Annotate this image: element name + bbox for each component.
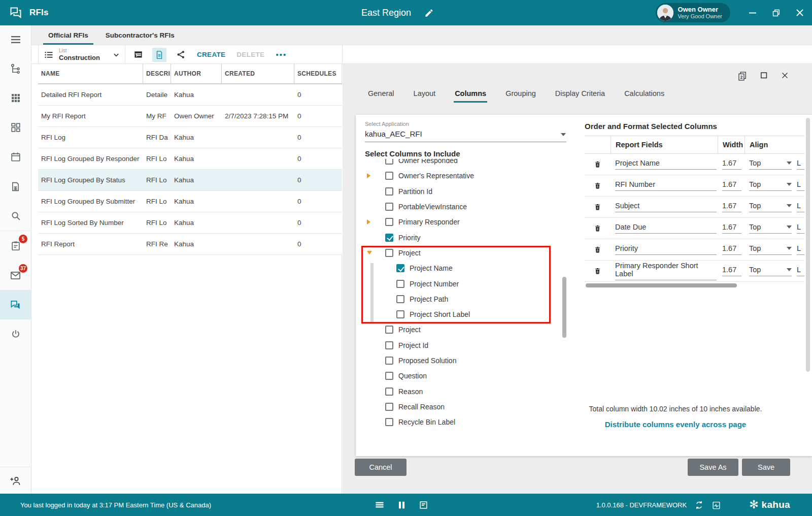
dashboard-icon[interactable] (0, 113, 31, 142)
report-field-input[interactable]: Date Due (615, 223, 717, 234)
checkbox-project[interactable] (385, 249, 393, 257)
align-dropdown[interactable]: Top (749, 180, 792, 191)
distribute-columns-link[interactable]: Distribute columns evenly across page (559, 420, 792, 429)
width-input[interactable]: 1.67 (722, 223, 741, 234)
panel-tab-general[interactable]: General (368, 89, 394, 103)
delete-column-icon[interactable] (594, 224, 601, 233)
expander-collapsed-icon[interactable] (367, 219, 375, 224)
align-dropdown[interactable]: Top (749, 244, 792, 255)
checkbox-recall-reason[interactable] (385, 403, 393, 411)
create-button[interactable]: CREATE (197, 51, 225, 58)
checkbox-project[interactable] (385, 326, 393, 334)
checkbox-project-path[interactable] (396, 295, 404, 303)
forms-document-icon[interactable] (0, 172, 31, 201)
order-table-hscrollbar[interactable] (586, 283, 737, 287)
align-dropdown[interactable]: Top (749, 266, 792, 276)
power-icon[interactable] (0, 319, 31, 349)
card-scrollbar[interactable] (806, 118, 810, 372)
open-new-window-icon[interactable]: 2 (737, 71, 748, 81)
report-row-rfi-report[interactable]: RFI ReportRFI ReKahua0 (38, 234, 342, 255)
checkbox-proposed-solution[interactable] (385, 357, 393, 365)
delete-column-icon[interactable] (594, 203, 601, 211)
delete-column-icon[interactable] (594, 181, 601, 190)
report-row-rfi-log-grouped-by-submitter[interactable]: RFI Log Grouped By SubmitterRFI LoKahua0 (38, 191, 342, 212)
search-icon[interactable] (0, 201, 31, 231)
tab-official-rfis[interactable]: Official RFIs (43, 25, 93, 45)
column-header-created[interactable]: CREATED (222, 64, 294, 83)
delete-column-icon[interactable] (594, 267, 601, 275)
report-field-input[interactable]: Primary Responder Short Label (615, 262, 717, 280)
add-user-icon[interactable] (0, 467, 31, 494)
checkbox-partition-id[interactable] (385, 187, 393, 196)
save-as-button[interactable]: Save As (688, 459, 738, 476)
messages-icon[interactable]: 37 (0, 261, 31, 290)
calendar-icon[interactable] (0, 142, 31, 172)
column-header-schedules[interactable]: SCHEDULES (294, 64, 342, 83)
align-dropdown[interactable]: Top (749, 159, 792, 170)
width-input[interactable]: 1.67 (722, 202, 741, 212)
checkbox-project-id[interactable] (385, 341, 393, 349)
checkbox-priority[interactable] (385, 234, 393, 242)
options-scrollbar[interactable] (562, 277, 566, 338)
status-menu-icon[interactable] (375, 500, 385, 510)
panel-tab-columns[interactable]: Columns (455, 89, 486, 103)
refresh-icon[interactable] (694, 500, 704, 510)
panel-tab-display-criteria[interactable]: Display Criteria (555, 89, 605, 103)
report-row-detailed-rfi-report[interactable]: Detailed RFI ReportDetaileKahua0 (38, 84, 342, 106)
column-header-author[interactable]: AUTHOR (171, 64, 222, 83)
checkbox-question[interactable] (385, 372, 393, 380)
status-log-icon[interactable] (419, 500, 428, 510)
column-header-name[interactable]: NAME (38, 64, 143, 83)
tasks-icon[interactable]: 5 (0, 231, 31, 261)
column-header-description[interactable]: DESCRIP (143, 64, 171, 83)
width-input[interactable]: 1.67 (722, 180, 741, 191)
width-input[interactable]: 1.67 (722, 159, 741, 170)
report-row-rfi-log[interactable]: RFI LogRFI DaKahua0 (38, 127, 342, 148)
share-icon[interactable] (174, 48, 188, 62)
activity-monitor-icon[interactable] (712, 500, 721, 510)
report-field-input[interactable]: RFI Number (615, 180, 717, 191)
minimize-icon[interactable] (749, 9, 757, 17)
close-panel-icon[interactable] (781, 71, 789, 81)
checkbox-project-name[interactable] (396, 264, 404, 272)
menu-icon[interactable] (0, 25, 31, 54)
checkbox-primary-responder[interactable] (385, 218, 393, 226)
align-dropdown[interactable]: Top (749, 202, 792, 212)
align-dropdown[interactable]: Top (749, 223, 792, 234)
report-row-rfi-log-sorted-by-number[interactable]: RFI Log Sorted By NumberRFI LoKahua0 (38, 212, 342, 234)
report-field-input[interactable]: Priority (615, 244, 717, 255)
workflow-icon[interactable] (0, 54, 31, 83)
maximize-panel-icon[interactable] (760, 71, 768, 81)
width-input[interactable]: 1.67 (722, 266, 741, 276)
report-row-rfi-log-grouped-by-responder[interactable]: RFI Log Grouped By ResponderRFI LoKahua0 (38, 148, 342, 170)
edit-icon[interactable] (424, 8, 434, 18)
user-menu[interactable]: Owen Owner Very Good Owner (656, 3, 730, 22)
save-button[interactable]: Save (742, 459, 790, 476)
panel-tab-layout[interactable]: Layout (414, 89, 436, 103)
report-row-my-rfi-report[interactable]: My RFI ReportMy RFOwen Owner2/7/2023 7:2… (38, 106, 342, 127)
report-field-input[interactable]: Project Name (615, 159, 717, 170)
table-view-icon[interactable] (131, 48, 145, 62)
view-selector[interactable]: List Construction (38, 45, 125, 64)
tab-subcontractor-s-rfis[interactable]: Subcontractor's RFIs (100, 25, 180, 45)
apps-grid-icon[interactable] (0, 83, 31, 113)
rfis-chat-icon[interactable] (0, 290, 31, 319)
more-actions-button[interactable]: ••• (276, 50, 287, 59)
checkbox-reason[interactable] (385, 388, 393, 396)
status-pause-icon[interactable] (397, 500, 407, 510)
expander-expanded-icon[interactable] (367, 251, 375, 254)
checkbox-project-number[interactable] (396, 280, 404, 288)
expander-collapsed-icon[interactable] (367, 173, 375, 178)
checkbox-portableviewinstance[interactable] (385, 203, 393, 211)
checkbox-owner-s-representative[interactable] (385, 172, 393, 180)
delete-column-icon[interactable] (594, 160, 601, 169)
checkbox-owner-responded[interactable] (385, 159, 393, 165)
select-application-dropdown[interactable]: kahua_AEC_RFI (365, 130, 422, 138)
panel-tab-grouping[interactable]: Grouping (505, 89, 536, 103)
report-field-input[interactable]: Subject (615, 202, 717, 212)
checkbox-recycle-bin-label[interactable] (385, 418, 393, 426)
width-input[interactable]: 1.67 (722, 244, 741, 255)
delete-column-icon[interactable] (594, 245, 601, 254)
restore-window-icon[interactable] (772, 9, 781, 17)
close-icon[interactable] (796, 9, 804, 17)
